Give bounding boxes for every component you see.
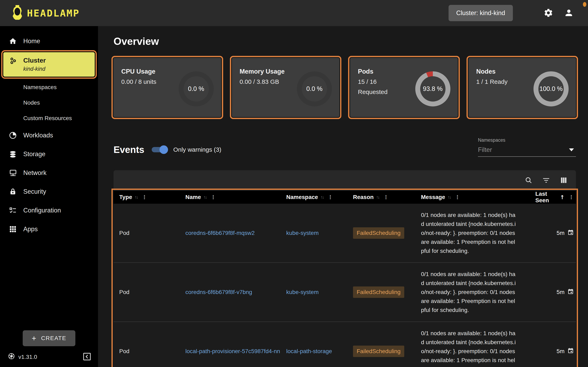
sidebar-item-namespaces[interactable]: Namespaces: [0, 80, 98, 95]
main-content: Overview CPU Usage 0.00 / 8 units 0.0 % …: [98, 26, 588, 367]
sidebar-item-apps[interactable]: Apps: [0, 220, 98, 239]
column-menu-icon[interactable]: ⋮: [328, 194, 333, 200]
memory-donut-chart: 0.0 %: [297, 71, 332, 106]
nodes-donut-chart: 100.0 %: [534, 71, 569, 106]
configuration-icon: [9, 206, 17, 215]
sort-ascending-icon: ↑: [560, 194, 564, 200]
create-button[interactable]: + CREATE: [23, 330, 75, 346]
pods-donut-chart: 93.8 %: [415, 71, 450, 106]
reason-badge: FailedScheduling: [353, 286, 404, 298]
pods-percent-label: 93.8 %: [415, 71, 450, 106]
table-header-row: Type ↑↓ ⋮ Name ↑↓ ⋮ Namespace ↑↓ ⋮: [113, 191, 576, 204]
pod-link[interactable]: coredns-6f6b679f8f-mqsw2: [185, 230, 281, 236]
cluster-version: v1.31.0: [8, 352, 37, 361]
column-header-name[interactable]: Name ↑↓ ⋮: [185, 194, 286, 200]
namespace-link[interactable]: kube-system: [286, 230, 353, 236]
table-row: Pod coredns-6f6b679f8f-v7bng kube-system…: [113, 262, 576, 322]
sidebar-item-storage[interactable]: Storage: [0, 145, 98, 164]
table-row: Pod coredns-6f6b679f8f-mqsw2 kube-system…: [113, 204, 576, 262]
cell-message: 0/1 nodes are available: 1 node(s) had u…: [421, 204, 517, 262]
search-icon: [525, 176, 533, 185]
column-menu-icon[interactable]: ⋮: [210, 194, 216, 200]
topbar: HEADLAMP Cluster: kind-kind: [0, 0, 588, 26]
sidebar-item-network[interactable]: Network: [0, 164, 98, 182]
user-menu-button[interactable]: [564, 8, 574, 18]
sidebar-cluster-name: kind-kind: [23, 65, 46, 73]
column-menu-icon[interactable]: ⋮: [383, 194, 389, 200]
column-header-last-seen[interactable]: Last Seen ↑ ⋮: [535, 191, 576, 204]
column-menu-icon[interactable]: ⋮: [455, 194, 460, 200]
events-title: Events: [113, 144, 144, 155]
cell-type: Pod: [119, 289, 185, 295]
headlamp-logo[interactable]: HEADLAMP: [11, 5, 80, 21]
calendar-icon[interactable]: [567, 347, 574, 355]
sidebar-item-nodes[interactable]: Nodes: [0, 95, 98, 110]
settings-icon: [544, 8, 553, 18]
namespace-link[interactable]: local-path-storage: [286, 348, 353, 355]
column-menu-icon[interactable]: ⋮: [142, 194, 147, 200]
sidebar-item-security[interactable]: Security: [0, 182, 98, 201]
column-header-namespace[interactable]: Namespace ↑↓ ⋮: [286, 194, 353, 200]
plus-icon: +: [32, 335, 36, 341]
nodes-percent-label: 100.0 %: [534, 71, 569, 106]
collapse-sidebar-button[interactable]: [82, 352, 91, 362]
sidebar-item-cluster[interactable]: Cluster kind-kind: [3, 52, 95, 77]
apps-icon: [9, 225, 17, 233]
namespaces-filter-label: Namespaces: [478, 137, 576, 143]
cluster-icon: [9, 56, 17, 73]
cell-last-seen: 5m: [557, 230, 564, 236]
sidebar-item-home[interactable]: Home: [0, 32, 98, 50]
calendar-icon[interactable]: [567, 229, 574, 237]
pods-card: Pods 15 / 16 Requested 93.8 %: [350, 58, 458, 117]
cell-type: Pod: [119, 348, 185, 355]
calendar-icon[interactable]: [567, 288, 574, 296]
reason-badge: FailedScheduling: [353, 227, 404, 239]
pod-link[interactable]: coredns-6f6b679f8f-v7bng: [185, 289, 281, 295]
network-icon: [9, 169, 17, 177]
security-icon: [9, 188, 17, 196]
namespaces-filter-placeholder: Filter: [478, 146, 492, 154]
cell-message: 0/1 nodes are available: 1 node(s) had u…: [421, 322, 517, 367]
settings-button[interactable]: [544, 8, 553, 18]
cell-last-seen: 5m: [557, 289, 564, 295]
sidebar-cluster-label: Cluster: [23, 56, 46, 65]
sort-icon: ↑↓: [203, 195, 207, 200]
column-menu-icon[interactable]: ⋮: [569, 194, 574, 200]
sort-icon: ↑↓: [376, 195, 379, 200]
reason-badge: FailedScheduling: [353, 346, 404, 357]
namespace-link[interactable]: kube-system: [286, 289, 353, 295]
cell-last-seen: 5m: [557, 348, 564, 355]
sidebar-item-workloads[interactable]: Workloads: [0, 126, 98, 145]
sort-icon: ↑↓: [320, 195, 324, 200]
pod-link[interactable]: local-path-provisioner-57c5987fd4-nn: [185, 348, 281, 355]
sidebar-item-configuration[interactable]: Configuration: [0, 201, 98, 220]
notification-dot: [583, 2, 586, 7]
workloads-icon: [9, 131, 17, 140]
memory-usage-card: Memory Usage 0.00 / 3.83 GB 0.0 %: [232, 58, 339, 117]
events-table-container: Type ↑↓ ⋮ Name ↑↓ ⋮ Namespace ↑↓ ⋮: [113, 170, 576, 367]
namespaces-filter[interactable]: Namespaces Filter: [478, 137, 576, 157]
column-header-reason[interactable]: Reason ↑↓ ⋮: [353, 194, 421, 200]
sidebar: Home Cluster kind-kind Namespaces: [0, 26, 98, 367]
filter-icon: [542, 176, 550, 185]
table-row: Pod local-path-provisioner-57c5987fd4-nn…: [113, 322, 576, 367]
cell-message: 0/1 nodes are available: 1 node(s) had u…: [421, 263, 517, 322]
column-header-message[interactable]: Message ↑↓ ⋮: [421, 194, 535, 200]
cell-type: Pod: [119, 230, 185, 236]
cpu-percent-label: 0.0 %: [179, 71, 214, 106]
dropdown-caret-icon: [569, 149, 574, 151]
table-search-button[interactable]: [525, 176, 533, 185]
user-icon: [564, 8, 574, 18]
sidebar-item-custom-resources[interactable]: Custom Resources: [0, 110, 98, 126]
column-header-type[interactable]: Type ↑↓ ⋮: [119, 194, 185, 200]
sort-icon: ↑↓: [448, 195, 450, 200]
cpu-usage-card: CPU Usage 0.00 / 8 units 0.0 %: [113, 58, 221, 117]
home-icon: [9, 37, 17, 45]
only-warnings-toggle[interactable]: [150, 145, 168, 155]
only-warnings-label: Only warnings (3): [173, 146, 221, 153]
table-filter-button[interactable]: [542, 176, 550, 185]
nodes-card: Nodes 1 / 1 Ready 100.0 %: [468, 58, 576, 117]
cpu-donut-chart: 0.0 %: [179, 71, 214, 106]
table-columns-button[interactable]: [560, 176, 568, 185]
cluster-selector-button[interactable]: Cluster: kind-kind: [449, 5, 513, 21]
